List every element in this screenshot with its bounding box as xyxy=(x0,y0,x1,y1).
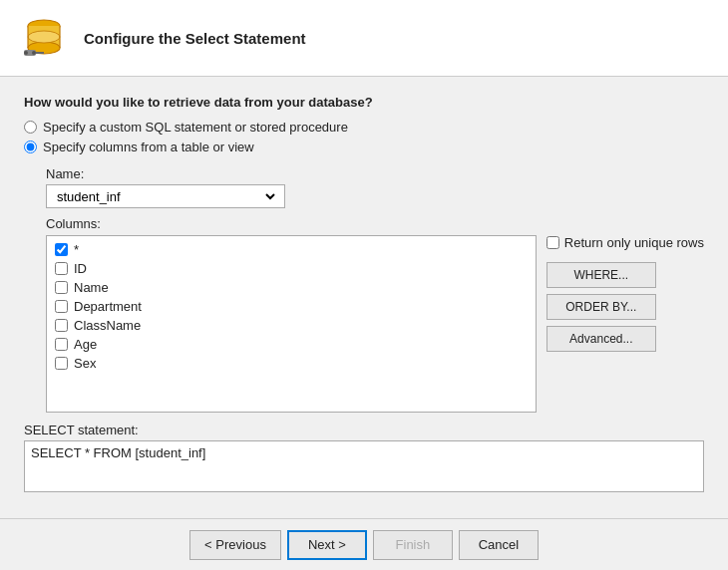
name-section: Name: student_inf xyxy=(46,166,704,208)
order-by-button[interactable]: ORDER BY... xyxy=(546,294,656,320)
radio-specify-columns[interactable]: Specify columns from a table or view xyxy=(24,140,704,154)
checkbox-department[interactable] xyxy=(55,300,68,313)
name-dropdown-wrapper[interactable]: student_inf xyxy=(46,184,285,208)
columns-label: Columns: xyxy=(46,216,704,231)
dialog-header: Configure the Select Statement xyxy=(0,0,728,77)
where-button[interactable]: WHERE... xyxy=(546,262,656,288)
checkbox-sex[interactable] xyxy=(55,357,68,370)
svg-point-8 xyxy=(24,51,28,55)
retrieval-options: Specify a custom SQL statement or stored… xyxy=(24,120,704,154)
checkbox-id[interactable] xyxy=(55,262,68,275)
checkbox-age[interactable] xyxy=(55,338,68,351)
col-age-label[interactable]: Age xyxy=(74,337,97,352)
col-dept-label[interactable]: Department xyxy=(74,299,142,314)
radio-custom-sql-input[interactable] xyxy=(24,121,37,134)
columns-actions: Return only unique rows WHERE... ORDER B… xyxy=(546,235,704,413)
svg-point-9 xyxy=(32,51,36,55)
question-label: How would you like to retrieve data from… xyxy=(24,95,704,110)
svg-rect-7 xyxy=(36,52,44,54)
unique-rows-label[interactable]: Return only unique rows xyxy=(564,235,704,250)
col-star-label[interactable]: * xyxy=(74,242,79,257)
columns-list[interactable]: * ID Name Department ClassName xyxy=(46,235,537,413)
select-statement-label: SELECT statement: xyxy=(24,423,704,437)
col-class-label[interactable]: ClassName xyxy=(74,318,141,333)
list-item[interactable]: ClassName xyxy=(51,316,532,335)
radio-specify-columns-input[interactable] xyxy=(24,141,37,153)
checkbox-star[interactable] xyxy=(55,243,68,256)
col-sex-label[interactable]: Sex xyxy=(74,356,96,371)
list-item[interactable]: ID xyxy=(51,259,532,278)
checkbox-classname[interactable] xyxy=(55,319,68,332)
select-statement-textarea[interactable]: SELECT * FROM [student_inf] xyxy=(24,440,704,492)
radio-specify-columns-label[interactable]: Specify columns from a table or view xyxy=(43,140,254,154)
previous-button[interactable]: < Previous xyxy=(189,530,281,560)
list-item[interactable]: * xyxy=(51,240,532,259)
name-label: Name: xyxy=(46,166,704,181)
checkbox-name[interactable] xyxy=(55,281,68,294)
finish-button[interactable]: Finish xyxy=(373,530,453,560)
unique-rows-checkbox[interactable] xyxy=(546,236,559,249)
cancel-button[interactable]: Cancel xyxy=(459,530,539,560)
advanced-button[interactable]: Advanced... xyxy=(546,326,656,352)
main-content: How would you like to retrieve data from… xyxy=(0,77,728,518)
next-button[interactable]: Next > xyxy=(287,530,367,560)
columns-section: Columns: * ID Name Department xyxy=(46,216,704,413)
select-statement-section: SELECT statement: SELECT * FROM [student… xyxy=(24,423,704,495)
radio-custom-sql[interactable]: Specify a custom SQL statement or stored… xyxy=(24,120,704,135)
unique-rows-row[interactable]: Return only unique rows xyxy=(546,235,704,250)
list-item[interactable]: Sex xyxy=(51,354,532,373)
dialog-title: Configure the Select Statement xyxy=(84,30,306,47)
columns-area: * ID Name Department ClassName xyxy=(46,235,704,413)
list-item[interactable]: Department xyxy=(51,297,532,316)
name-select[interactable]: student_inf xyxy=(53,188,278,205)
col-name-label[interactable]: Name xyxy=(74,280,109,295)
col-id-label[interactable]: ID xyxy=(74,261,87,276)
list-item[interactable]: Age xyxy=(51,335,532,354)
list-item[interactable]: Name xyxy=(51,278,532,297)
database-icon xyxy=(20,14,68,62)
dialog-footer: < Previous Next > Finish Cancel xyxy=(0,518,728,570)
radio-custom-sql-label[interactable]: Specify a custom SQL statement or stored… xyxy=(43,120,348,135)
svg-point-3 xyxy=(28,31,60,43)
